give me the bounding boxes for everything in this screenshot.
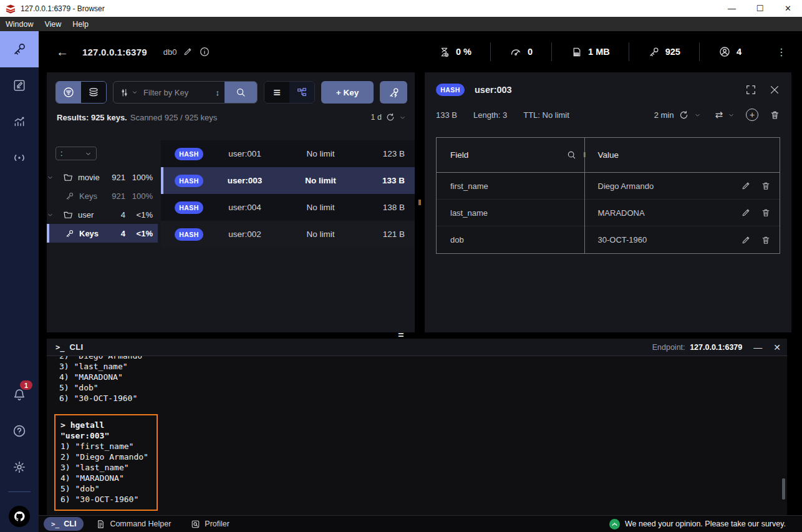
chevron-down-icon[interactable] [728, 112, 735, 118]
tree-folder-movie[interactable]: movie 921 100% [47, 168, 158, 186]
keys-last-refresh: 1 d [371, 113, 382, 122]
stat-cpu: 0 % [420, 46, 490, 58]
edit-field-icon[interactable] [741, 208, 751, 218]
tree-percent: 100% [125, 191, 153, 201]
field-search-icon[interactable] [566, 150, 577, 160]
window-minimize-button[interactable]: — [718, 0, 746, 17]
delete-key-icon[interactable] [770, 110, 780, 120]
formatter-swap-icon[interactable]: ⇄ [715, 109, 723, 120]
sidebar-item-workbench[interactable] [0, 67, 39, 104]
tab-cli[interactable]: >_ CLI [44, 517, 84, 531]
edit-field-icon[interactable] [741, 235, 751, 245]
window-maximize-button[interactable]: ☐ [746, 0, 774, 17]
tree-percent: <1% [125, 229, 153, 238]
tree-count: 4 [121, 210, 125, 220]
tree-label: Keys [79, 229, 99, 238]
endpoint-value: 127.0.0.1:6379 [690, 343, 742, 352]
sidebar-item-github[interactable] [0, 501, 39, 532]
survey-banner[interactable]: We need your opinion. Please take our su… [609, 519, 802, 530]
delimiter-select[interactable]: : [56, 147, 97, 160]
horizontal-panel-splitter[interactable]: = [0, 332, 802, 339]
memory-usage-icon [571, 46, 582, 58]
cli-minimize-icon[interactable]: — [753, 342, 762, 352]
endpoint-label: Endpoint: [652, 343, 685, 352]
pattern-updown-icon[interactable]: ↕ [211, 88, 225, 97]
cli-line: 3) "last_name" [59, 361, 787, 372]
key-type-filter-dropdown[interactable] [114, 82, 143, 103]
edit-field-icon[interactable] [741, 181, 751, 191]
search-button[interactable] [225, 81, 257, 104]
key-filter-input[interactable] [143, 88, 211, 97]
sidebar-item-help[interactable] [0, 413, 39, 449]
cli-scrollback: 2) "Diego Armando" 3) "last_name" 4) "MA… [59, 356, 787, 404]
sidebar-item-notifications[interactable]: 1 [0, 377, 39, 413]
menu-window[interactable]: Window [0, 17, 39, 31]
cli-line: 4) "MARADONA" [60, 473, 152, 483]
github-icon [9, 506, 30, 527]
key-row-selected[interactable]: HASH user:003 No limit 133 B [161, 167, 415, 194]
cli-line: 5) "dob" [59, 382, 787, 393]
stat-memory: 1 MB [552, 46, 629, 58]
key-type-badge: HASH [175, 201, 203, 214]
refresh-icon[interactable] [385, 112, 395, 122]
chevron-down-icon[interactable] [694, 112, 701, 118]
redisearch-button[interactable] [81, 82, 106, 103]
key-filter-box: ↕ [113, 81, 258, 104]
cli-close-icon[interactable]: ✕ [773, 342, 781, 352]
delete-field-icon[interactable] [761, 208, 771, 218]
back-button[interactable]: ← [56, 45, 69, 59]
column-resize-handle[interactable]: ‖ [583, 152, 586, 158]
menu-bar: Window View Help [0, 17, 802, 31]
cli-output[interactable]: 2) "Diego Armando" 3) "last_name" 4) "MA… [47, 356, 787, 515]
sidebar-item-settings[interactable] [0, 449, 39, 485]
sidebar-item-pubsub[interactable] [0, 140, 39, 176]
add-key-button[interactable]: + Key [321, 81, 374, 104]
key-icon [12, 42, 27, 57]
sidebar-item-analytics[interactable] [0, 104, 39, 140]
chevron-down-icon[interactable] [399, 114, 406, 121]
delete-field-icon[interactable] [761, 235, 771, 245]
column-header-field[interactable]: Field [450, 150, 468, 160]
key-row[interactable]: HASH user:004 No limit 138 B [161, 194, 415, 221]
fullscreen-icon[interactable] [745, 84, 756, 95]
tree-label: movie [78, 173, 100, 182]
key-ttl: No limit [280, 203, 361, 212]
delete-field-icon[interactable] [761, 181, 771, 191]
key-size: 121 B [361, 230, 415, 239]
overflow-menu-icon[interactable]: ⋮ [760, 46, 802, 58]
key-row[interactable]: HASH user:002 No limit 121 B [161, 221, 415, 248]
info-icon[interactable] [199, 46, 210, 57]
hash-field-row[interactable]: dob 30-OCT-1960 [437, 226, 780, 253]
hash-field-row[interactable]: first_name Diego Armando [437, 173, 780, 200]
tree-percent: <1% [125, 210, 153, 220]
tree-folder-user[interactable]: user 4 <1% [47, 205, 158, 224]
hash-field-row[interactable]: last_name MARADONA [437, 200, 780, 226]
bulk-actions-button[interactable] [380, 81, 407, 104]
browser-panel: ↕ ≡ + Key Results: 925 keys. Scanned 925 [47, 72, 415, 332]
keys-refresh-cluster: 1 d [371, 112, 406, 122]
cli-scrollbar-thumb[interactable] [782, 478, 785, 500]
sidebar-item-browser[interactable] [0, 31, 39, 67]
tree-view-button[interactable] [289, 82, 314, 103]
funnel-circle-icon [62, 86, 75, 99]
key-row[interactable]: HASH user:001 No limit 123 B [161, 140, 415, 167]
menu-view[interactable]: View [39, 17, 67, 31]
cli-title: CLI [69, 342, 83, 352]
filter-scan-button[interactable] [56, 82, 81, 103]
refresh-icon[interactable] [679, 110, 689, 120]
tab-profiler[interactable]: Profiler [183, 517, 237, 531]
vertical-panel-splitter[interactable]: ‖ [415, 72, 425, 332]
key-ttl-value[interactable]: TTL: No limit [523, 110, 569, 120]
chevron-expanded-icon [47, 174, 60, 181]
edit-db-icon[interactable] [183, 47, 193, 57]
results-row: Results: 925 keys. Scanned 925 / 925 key… [47, 104, 415, 127]
add-field-button[interactable]: + [746, 109, 758, 121]
close-details-icon[interactable] [769, 84, 780, 95]
column-header-value[interactable]: Value [584, 150, 780, 160]
list-view-button[interactable]: ≡ [264, 82, 289, 103]
tree-keys-user[interactable]: Keys 4 <1% [47, 224, 158, 243]
menu-help[interactable]: Help [67, 17, 94, 31]
window-close-button[interactable]: ✕ [774, 0, 802, 17]
tree-keys-movie[interactable]: Keys 921 100% [47, 186, 158, 205]
tab-command-helper[interactable]: Command Helper [89, 517, 178, 531]
